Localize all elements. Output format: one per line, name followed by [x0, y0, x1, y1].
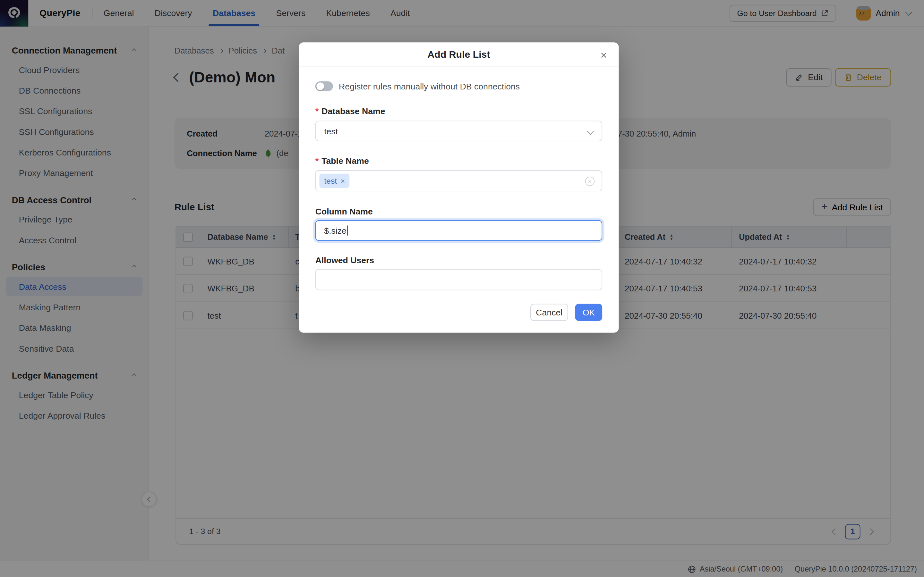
table-name-tag-label: test — [324, 176, 337, 185]
clear-field-icon[interactable]: × — [585, 177, 594, 186]
text-cursor — [347, 226, 348, 235]
chevron-down-icon — [587, 128, 594, 135]
database-name-label: * Database Name — [315, 106, 602, 116]
modal-actions: Cancel OK — [315, 304, 602, 321]
screen: QueryPie General Discovery Databases Ser… — [0, 0, 924, 577]
remove-tag-icon[interactable]: × — [341, 176, 345, 185]
modal-header: Add Rule List × — [299, 42, 619, 67]
required-asterisk: * — [315, 106, 318, 116]
database-name-selected-value: test — [324, 126, 338, 135]
required-asterisk: * — [315, 156, 318, 165]
column-name-input[interactable]: $.size — [315, 220, 602, 241]
manual-register-toggle[interactable] — [315, 81, 333, 91]
column-name-value: $.size — [324, 226, 347, 235]
close-icon[interactable]: × — [598, 47, 609, 63]
modal-body: Register rules manually without DB conne… — [299, 67, 619, 332]
table-name-label: * Table Name — [315, 156, 602, 165]
toggle-knob — [317, 82, 324, 90]
manual-register-toggle-label: Register rules manually without DB conne… — [339, 81, 520, 91]
modal-title: Add Rule List — [427, 49, 490, 60]
cancel-button[interactable]: Cancel — [530, 304, 568, 321]
table-name-multiselect[interactable]: test × × — [315, 170, 602, 191]
allowed-users-label: Allowed Users — [315, 255, 602, 265]
manual-register-toggle-row: Register rules manually without DB conne… — [315, 81, 602, 91]
ok-button[interactable]: OK — [575, 304, 602, 321]
add-rule-list-modal: Add Rule List × Register rules manually … — [299, 42, 619, 333]
column-name-label: Column Name — [315, 207, 602, 216]
table-name-tag: test × — [320, 174, 350, 188]
database-name-select[interactable]: test — [315, 121, 602, 141]
allowed-users-input[interactable] — [315, 269, 602, 290]
